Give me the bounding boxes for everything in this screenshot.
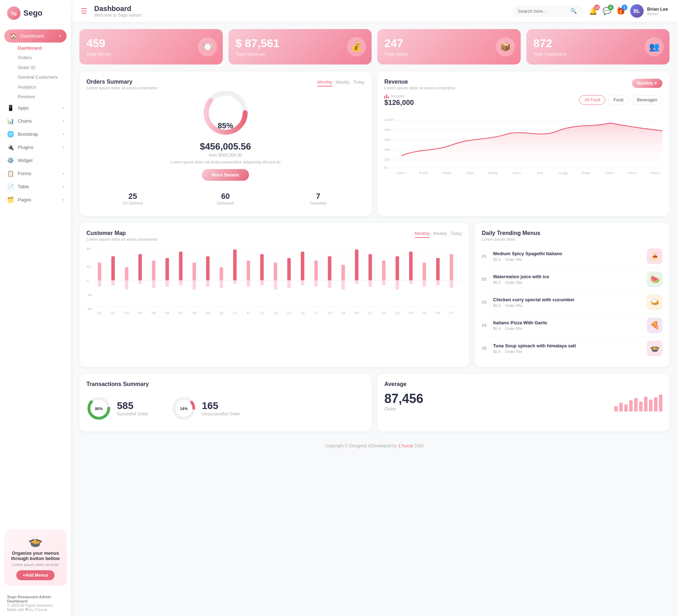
svg-rect-69 — [314, 280, 318, 287]
sidebar-item-dashboard[interactable]: 🏠 Dashboard ▾ — [4, 29, 67, 43]
svg-rect-50 — [193, 263, 196, 280]
revenue-line-chart: 100 80 60 40 20 0 Jan Feb Mar — [384, 113, 662, 177]
sidebar-sub-reviews[interactable]: Reviews — [0, 92, 71, 101]
orders-tab-monthly[interactable]: Monthly — [317, 79, 332, 86]
trending-img-2: 🍉 — [647, 271, 662, 287]
svg-rect-75 — [355, 280, 358, 284]
svg-text:08: 08 — [192, 311, 197, 315]
orders-desc: Lorem ipsum dolor sit amet,consectetur a… — [170, 160, 281, 164]
svg-rect-42 — [139, 254, 142, 280]
svg-text:21: 21 — [368, 311, 373, 315]
svg-text:40: 40 — [86, 265, 91, 268]
svg-rect-55 — [220, 280, 223, 288]
revenue-card: Revenue Lorem ipsum dolor sit amet,conse… — [377, 72, 669, 216]
svg-rect-61 — [260, 280, 264, 285]
trending-name: Chicken curry special with cucumber — [493, 297, 643, 303]
sidebar-item-apps[interactable]: 📱 Apps › — [0, 101, 71, 114]
orders-stat-icon: 📦 — [496, 37, 515, 56]
svg-rect-54 — [220, 267, 223, 280]
svg-text:10: 10 — [219, 311, 224, 315]
orders-stats: 25 On Delivery 60 Delivered 7 Canceled — [86, 186, 365, 205]
map-tab-weekly[interactable]: Weekly — [433, 230, 447, 237]
sidebar-sub-order-id[interactable]: Order ID — [0, 63, 71, 72]
sidebar-item-plugins[interactable]: 🔌 Plugins › — [0, 141, 71, 154]
svg-text:May: May — [488, 171, 499, 175]
footer-link[interactable]: 17sucai — [398, 443, 414, 448]
filter-beverages[interactable]: Beverages — [632, 95, 662, 105]
filter-all-food[interactable]: All Food — [579, 95, 605, 105]
stat-card-customers: 872 Total Customers 👥 — [526, 29, 670, 65]
more-details-button[interactable]: More Details — [202, 169, 249, 181]
filter-food[interactable]: Food — [608, 95, 628, 105]
menu-toggle-icon[interactable]: ☰ — [81, 7, 87, 15]
trending-name: Watermelon juice with ice — [493, 274, 643, 280]
notifications-button[interactable]: 🔔 12 — [589, 7, 598, 15]
sidebar-item-bootstrap[interactable]: 🌐 Bootstrap › — [0, 128, 71, 141]
sidebar-item-table[interactable]: 📄 Table › — [0, 180, 71, 193]
svg-text:17: 17 — [314, 311, 318, 315]
add-menus-button[interactable]: +Add Menus — [16, 570, 55, 580]
orders-tab-today[interactable]: Today — [353, 79, 365, 86]
orders-from: from $500,000.00 — [209, 153, 242, 158]
topbar-icons: 🔔 12 💬 5 🎁 2 BL Brian Lee Admin — [589, 4, 668, 18]
trending-rank: #5 — [482, 346, 490, 351]
mini-bar-1 — [614, 406, 618, 411]
sidebar-item-pages[interactable]: 🗂️ Pages › — [0, 193, 71, 206]
sidebar-sub-orders[interactable]: Orders — [0, 53, 71, 62]
menu-stat-icon: 🍽️ — [198, 37, 217, 56]
sidebar-sub-analytics[interactable]: Analytics — [0, 82, 71, 92]
svg-text:Jan: Jan — [396, 171, 405, 175]
page-footer: Copyright © Designed &Developed by 17suc… — [79, 438, 669, 453]
notification-badge: 12 — [594, 5, 600, 10]
svg-rect-67 — [301, 280, 304, 285]
svg-rect-68 — [314, 261, 318, 280]
svg-rect-46 — [165, 258, 169, 280]
monthly-button[interactable]: Monthly ▾ — [632, 79, 662, 88]
svg-text:20: 20 — [384, 158, 390, 161]
svg-rect-88 — [450, 254, 453, 280]
logo-icon: Sg — [7, 6, 21, 20]
search-icon: 🔍 — [570, 8, 577, 14]
map-tab-monthly[interactable]: Monthly — [415, 230, 430, 237]
chevron-right-icon: › — [63, 198, 64, 202]
svg-text:24: 24 — [409, 311, 413, 315]
svg-rect-84 — [423, 263, 426, 280]
trending-item-4: #4 Italiano Pizza With Garlic $5.6 Order… — [482, 314, 662, 337]
tx-fail-info: 165 Unsuccessfull Order — [202, 400, 240, 416]
svg-text:-80: -80 — [86, 307, 92, 311]
orders-tab-weekly[interactable]: Weekly — [336, 79, 350, 86]
trending-rank: #1 — [482, 254, 490, 259]
stat-card-revenue: $ 87,561 Total Revenue 💰 — [228, 29, 372, 65]
search-input[interactable] — [518, 9, 567, 14]
map-tab-today[interactable]: Today — [451, 230, 462, 237]
sidebar-sub-customers[interactable]: General Customers — [0, 72, 71, 82]
sidebar-logo: Sg Sego — [0, 0, 71, 25]
line-chart-svg: 100 80 60 40 20 0 Jan Feb Mar — [384, 113, 662, 177]
sidebar-item-forms[interactable]: 📋 Forms › — [0, 167, 71, 180]
svg-rect-72 — [341, 265, 345, 280]
svg-text:23: 23 — [395, 311, 400, 315]
customer-map-subtitle: Lorem ipsum dolor sit amet,consectetur — [86, 237, 158, 241]
search-box[interactable]: 🔍 — [512, 5, 583, 17]
svg-text:06: 06 — [165, 311, 170, 315]
messages-button[interactable]: 💬 5 — [603, 7, 611, 15]
sidebar-item-charts[interactable]: 📊 Charts › — [0, 114, 71, 128]
gifts-button[interactable]: 🎁 2 — [616, 7, 625, 15]
sidebar-item-widget[interactable]: ⚙️ Widget — [0, 154, 71, 167]
sidebar-promo: 🍲 Organize your menus through button bel… — [4, 529, 67, 586]
fail-donut-svg: 14% — [171, 396, 196, 421]
svg-rect-66 — [301, 252, 304, 280]
sidebar-sub-dashboard[interactable]: Dashboard — [0, 43, 71, 53]
user-role: Admin — [647, 12, 668, 16]
revenue-title-wrap: Revenue Lorem ipsum dolor sit amet,conse… — [384, 79, 456, 90]
average-info: 87,456 Order — [384, 391, 423, 411]
trending-item-5: #5 Tuna Soup spinach with himalaya salt … — [482, 337, 662, 360]
stat-label: Total Revenue — [236, 51, 365, 57]
orders-body: 85% $456,005.56 from $500,000.00 Lorem i… — [86, 95, 365, 209]
revenue-title: Revenue — [384, 79, 456, 85]
sidebar-item-label: Apps — [18, 105, 29, 111]
user-info[interactable]: BL Brian Lee Admin — [630, 4, 668, 18]
trending-rank: #3 — [482, 300, 490, 305]
svg-text:25: 25 — [422, 311, 427, 315]
trending-item-2: #2 Watermelon juice with ice $5.6 Order … — [482, 268, 662, 291]
